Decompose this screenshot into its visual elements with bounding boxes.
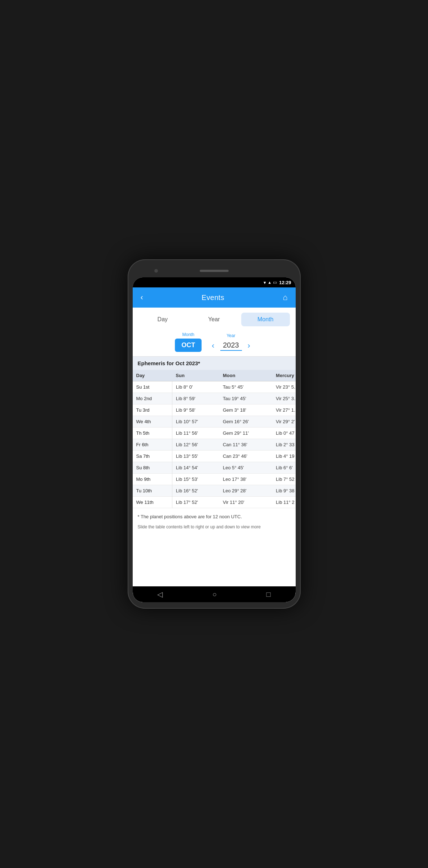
cell-sun: Lib 9° 58'	[172, 404, 219, 416]
footnote-small: Slide the table contents left to right o…	[133, 523, 296, 534]
signal-icon: ▲	[268, 280, 272, 285]
table-row: Mo 9thLib 15° 53'Leo 17° 38'Lib 7° 52	[133, 474, 296, 485]
ephemeris-header: Ephemeris for Oct 2023*	[133, 357, 296, 370]
table-row: Su 1stLib 8° 0'Tau 5° 45'Vir 23° 5…	[133, 381, 296, 393]
cell-day: Tu 10th	[133, 485, 172, 497]
battery-icon: ▭	[273, 280, 277, 285]
phone-screen: ▾ ▲ ▭ 12:29 ‹ Events ⌂ Day Year Month Mo…	[133, 277, 296, 602]
status-bar: ▾ ▲ ▭ 12:29	[133, 277, 296, 287]
table-header-row: Day Sun Moon Mercury	[133, 370, 296, 381]
home-button[interactable]: ⌂	[281, 291, 290, 304]
cell-sun: Lib 15° 53'	[172, 474, 219, 485]
table-row: Tu 3rdLib 9° 58'Gem 3° 18'Vir 27° 1…	[133, 404, 296, 416]
app-bar: ‹ Events ⌂	[133, 287, 296, 308]
tab-day[interactable]: Day	[138, 313, 187, 326]
cell-day: Sa 7th	[133, 451, 172, 462]
tab-month[interactable]: Month	[241, 313, 290, 326]
cell-moon: Can 11° 36'	[219, 439, 272, 451]
phone-camera	[154, 269, 158, 273]
cell-day: We 11th	[133, 497, 172, 508]
year-selector-group: Year ‹ 2023 ›	[209, 333, 253, 352]
cell-day: Su 8th	[133, 462, 172, 474]
nav-bar: ◁ ○ □	[133, 586, 296, 602]
cell-mercury: Lib 11° 2	[272, 497, 295, 508]
table-row: Tu 10thLib 16° 52'Leo 29° 28'Lib 9° 38	[133, 485, 296, 497]
table-row: We 11thLib 17° 52'Vir 11° 20'Lib 11° 2	[133, 497, 296, 508]
cell-moon: Can 23° 46'	[219, 451, 272, 462]
cell-moon: Leo 29° 28'	[219, 485, 272, 497]
cell-mercury: Vir 23° 5…	[272, 381, 295, 393]
ephemeris-table: Day Sun Moon Mercury Su 1stLib 8° 0'Tau …	[133, 370, 296, 508]
cell-day: We 4th	[133, 416, 172, 428]
cell-moon: Gem 3° 18'	[219, 404, 272, 416]
cell-moon: Vir 11° 20'	[219, 497, 272, 508]
cell-mercury: Lib 9° 38	[272, 485, 295, 497]
cell-sun: Lib 12° 56'	[172, 439, 219, 451]
footnote: * The planet positions above are for 12 …	[133, 508, 296, 523]
content-area[interactable]: Day Year Month Month OCT Year ‹ 2023 ›	[133, 308, 296, 586]
cell-moon: Tau 5° 45'	[219, 381, 272, 393]
year-selector-label: Year	[226, 333, 235, 338]
tab-row: Day Year Month	[133, 308, 296, 329]
nav-home-button[interactable]: ○	[205, 587, 224, 601]
month-pill-button[interactable]: OCT	[175, 339, 202, 352]
cell-mercury: Lib 2° 33	[272, 439, 295, 451]
col-mercury: Mercury	[272, 370, 295, 381]
cell-mercury: Lib 0° 47	[272, 428, 295, 439]
cell-sun: Lib 8° 0'	[172, 381, 219, 393]
table-row: Th 5thLib 11° 56'Gem 29° 11'Lib 0° 47	[133, 428, 296, 439]
month-year-selector: Month OCT Year ‹ 2023 ›	[133, 329, 296, 356]
month-selector-group: Month OCT	[175, 332, 202, 352]
app-title: Events	[202, 294, 224, 302]
status-time: 12:29	[279, 280, 291, 285]
year-nav: ‹ 2023 ›	[209, 340, 253, 352]
cell-sun: Lib 11° 56'	[172, 428, 219, 439]
cell-moon: Tau 19° 45'	[219, 393, 272, 404]
col-sun: Sun	[172, 370, 219, 381]
month-selector-label: Month	[182, 332, 194, 337]
cell-moon: Leo 17° 38'	[219, 474, 272, 485]
cell-day: Tu 3rd	[133, 404, 172, 416]
year-value: 2023	[220, 341, 242, 351]
cell-day: Su 1st	[133, 381, 172, 393]
phone-speaker	[200, 270, 229, 272]
nav-recent-button[interactable]: □	[259, 587, 278, 601]
cell-mercury: Vir 29° 2'	[272, 416, 295, 428]
cell-mercury: Vir 25° 3…	[272, 393, 295, 404]
cell-mercury: Lib 4° 19	[272, 451, 295, 462]
phone-top-bar	[133, 266, 296, 276]
table-row: Mo 2ndLib 8° 59'Tau 19° 45'Vir 25° 3…	[133, 393, 296, 404]
cell-sun: Lib 14° 54'	[172, 462, 219, 474]
phone-frame: ▾ ▲ ▭ 12:29 ‹ Events ⌂ Day Year Month Mo…	[128, 259, 301, 609]
wifi-icon: ▾	[264, 280, 266, 285]
cell-sun: Lib 16° 52'	[172, 485, 219, 497]
cell-moon: Gem 29° 11'	[219, 428, 272, 439]
year-prev-button[interactable]: ‹	[209, 340, 217, 352]
cell-sun: Lib 8° 59'	[172, 393, 219, 404]
table-row: Fr 6thLib 12° 56'Can 11° 36'Lib 2° 33	[133, 439, 296, 451]
cell-day: Mo 9th	[133, 474, 172, 485]
cell-moon: Leo 5° 45'	[219, 462, 272, 474]
nav-back-button[interactable]: ◁	[150, 587, 170, 601]
cell-day: Th 5th	[133, 428, 172, 439]
table-row: We 4thLib 10° 57'Gem 16° 26'Vir 29° 2'	[133, 416, 296, 428]
cell-day: Mo 2nd	[133, 393, 172, 404]
table-row: Sa 7thLib 13° 55'Can 23° 46'Lib 4° 19	[133, 451, 296, 462]
cell-sun: Lib 10° 57'	[172, 416, 219, 428]
cell-sun: Lib 13° 55'	[172, 451, 219, 462]
col-day: Day	[133, 370, 172, 381]
back-button[interactable]: ‹	[138, 291, 145, 304]
cell-sun: Lib 17° 52'	[172, 497, 219, 508]
cell-mercury: Lib 7° 52	[272, 474, 295, 485]
table-row: Su 8thLib 14° 54'Leo 5° 45'Lib 6° 6'	[133, 462, 296, 474]
cell-mercury: Vir 27° 1…	[272, 404, 295, 416]
cell-day: Fr 6th	[133, 439, 172, 451]
status-icons: ▾ ▲ ▭	[264, 280, 277, 285]
cell-moon: Gem 16° 26'	[219, 416, 272, 428]
col-moon: Moon	[219, 370, 272, 381]
ephemeris-table-container[interactable]: Ephemeris for Oct 2023* Day Sun Moon Mer…	[133, 357, 296, 508]
tab-year[interactable]: Year	[190, 313, 238, 326]
cell-mercury: Lib 6° 6'	[272, 462, 295, 474]
year-next-button[interactable]: ›	[245, 340, 253, 352]
